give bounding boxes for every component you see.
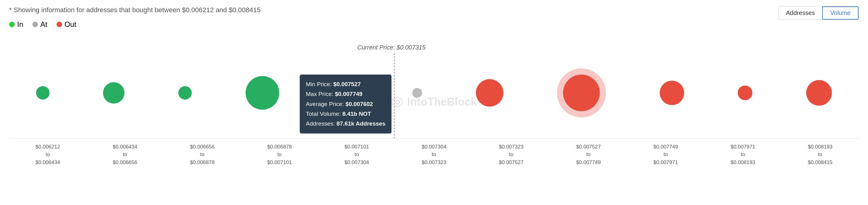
out-dot xyxy=(57,22,62,27)
bubble-col-6 xyxy=(476,79,503,107)
bubble-7[interactable] xyxy=(557,68,606,117)
chart-area: IntoTheBlock Current Price: $0.007315 $0… xyxy=(9,38,859,166)
divider-line xyxy=(9,138,859,139)
bubble-1[interactable] xyxy=(103,82,124,104)
axis-label-9: $0.007971to$0.008193 xyxy=(731,143,755,167)
at-label: At xyxy=(40,20,48,29)
bubble-5[interactable] xyxy=(412,88,422,98)
bubble-6[interactable] xyxy=(476,79,503,107)
tooltip-max-val: $0.007749 xyxy=(335,91,363,97)
tooltip-avg-val: $0.007602 xyxy=(346,101,373,107)
bubble-col-0 xyxy=(36,86,50,100)
axis-label-10: $0.008193to$0.008415 xyxy=(808,143,832,167)
bubble-col-1 xyxy=(103,82,124,104)
bubble-8[interactable] xyxy=(660,81,684,105)
tooltip-addr-val: 87.61k Addresses xyxy=(336,121,385,127)
tooltip-max-price: Max Price: $0.007749 xyxy=(306,89,385,99)
subtitle: * Showing information for addresses that… xyxy=(9,6,859,14)
at-dot xyxy=(32,22,38,27)
bubble-col-3 xyxy=(246,76,279,110)
bubble-2[interactable] xyxy=(178,86,192,100)
axis-label-5: $0.007304to$0.007323 xyxy=(422,143,446,167)
axis-label-4: $0.007101to$0.007304 xyxy=(344,143,369,167)
axis-label-2: $0.006656to$0.006878 xyxy=(190,143,214,167)
tooltip-vol-val: 8.41b NOT xyxy=(342,111,371,117)
out-label: Out xyxy=(65,20,76,29)
bubble-col-10 xyxy=(806,80,832,106)
tooltip-avg-label: Average Price: xyxy=(306,101,344,107)
axis-label-8: $0.007749to$0.007971 xyxy=(653,143,678,167)
tooltip-volume: Total Volume: 8.41b NOT xyxy=(306,109,385,119)
bubble-0[interactable] xyxy=(36,86,50,100)
bubble-3[interactable] xyxy=(246,76,279,110)
axis-label-3: $0.006878to$0.007101 xyxy=(267,143,292,167)
legend: In At Out xyxy=(9,20,859,29)
axis-label-6: $0.007323to$0.007527 xyxy=(499,143,523,167)
bubble-col-9 xyxy=(738,86,752,100)
tooltip-box: Min Price: $0.007527 Max Price: $0.00774… xyxy=(300,74,392,134)
axis-label-1: $0.006434to$0.006656 xyxy=(113,143,137,167)
chart-container: * Showing information for addresses that… xyxy=(0,0,868,205)
bubble-col-5 xyxy=(412,88,422,98)
axis-labels: $0.006212to$0.006434$0.006434to$0.006656… xyxy=(9,143,859,167)
tooltip-min-price: Min Price: $0.007527 xyxy=(306,79,385,89)
volume-button[interactable]: Volume xyxy=(822,6,859,20)
current-price-label: Current Price: $0.007315 xyxy=(357,44,426,51)
axis-label-0: $0.006212to$0.006434 xyxy=(35,143,60,167)
tooltip-addresses: Addresses: 87.61k Addresses xyxy=(306,119,385,129)
legend-out: Out xyxy=(57,20,76,29)
in-label: In xyxy=(17,20,23,29)
tooltip-min-val: $0.007527 xyxy=(333,81,361,88)
in-dot xyxy=(9,22,15,27)
bubble-col-8 xyxy=(660,81,684,105)
tooltip-addr-label: Addresses: xyxy=(306,121,335,127)
tooltip-avg-price: Average Price: $0.007602 xyxy=(306,99,385,109)
tooltip-max-label: Max Price: xyxy=(306,91,333,97)
bubble-col-2 xyxy=(178,86,192,100)
legend-at: At xyxy=(32,20,48,29)
bubbles-row xyxy=(9,62,859,124)
axis-label-7: $0.007527to$0.007749 xyxy=(576,143,601,167)
addresses-button[interactable]: Addresses xyxy=(779,6,823,20)
tooltip-vol-label: Total Volume: xyxy=(306,111,341,117)
bubble-col-7 xyxy=(557,68,606,117)
view-toggle: Addresses Volume xyxy=(778,6,859,20)
bubble-9[interactable] xyxy=(738,86,752,100)
bubble-10[interactable] xyxy=(806,80,832,106)
legend-in: In xyxy=(9,20,23,29)
tooltip-min-label: Min Price: xyxy=(306,81,332,88)
